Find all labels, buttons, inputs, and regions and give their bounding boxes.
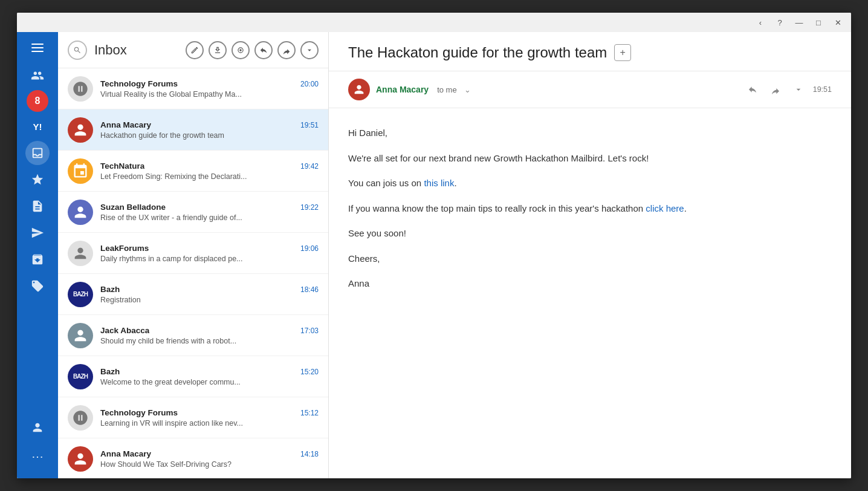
subject-text: The Hackaton guide for the growth team xyxy=(348,44,607,61)
more-action-button[interactable] xyxy=(790,81,807,98)
expand-recipients-button[interactable]: ⌄ xyxy=(464,85,471,94)
add-tag-button[interactable]: + xyxy=(614,44,631,61)
email-top-row: Technology Forums 15:12 xyxy=(100,408,319,417)
click-here-link[interactable]: click here xyxy=(646,203,684,213)
email-sender: Bazh xyxy=(100,367,120,376)
email-sender: Jack Abacca xyxy=(100,326,149,335)
more-toolbar-button[interactable] xyxy=(300,41,319,59)
sidebar-item-tags[interactable] xyxy=(25,274,50,298)
email-top-row: Jack Abacca 17:03 xyxy=(100,326,319,335)
forward-action-button[interactable] xyxy=(767,81,784,98)
sidebar-item-inbox[interactable] xyxy=(25,141,50,165)
email-top-row: Bazh 15:20 xyxy=(100,367,319,376)
email-list-panel: Inbox xyxy=(58,32,329,478)
reading-body: Hi Daniel, We're all set for our next br… xyxy=(329,108,851,478)
email-content: LeakForums 19:06 Daily rhythms in a camp… xyxy=(100,244,319,263)
email-subject: Welcome to the great developer commu... xyxy=(100,378,319,386)
email-item[interactable]: Technology Forums 15:12 Learning in VR w… xyxy=(58,397,328,438)
sender-avatar xyxy=(348,79,370,100)
email-item[interactable]: Jack Abacca 17:03 Should my child be fri… xyxy=(58,315,328,356)
avatar: BAZH xyxy=(68,282,93,307)
email-top-row: Bazh 18:46 xyxy=(100,285,319,294)
sidebar-item-yahoo[interactable]: Y! xyxy=(25,114,50,138)
title-bar: ‹ ? — □ ✕ xyxy=(17,13,851,32)
svg-point-1 xyxy=(239,49,242,51)
email-subject: Rise of the UX writer - a friendly guide… xyxy=(100,213,319,222)
email-time: 19:42 xyxy=(300,162,319,171)
email-content: Technology Forums 15:12 Learning in VR w… xyxy=(100,408,319,428)
reading-pane: The Hackaton guide for the growth team +… xyxy=(329,32,851,478)
body-line4: See you soon! xyxy=(348,226,832,241)
email-time: 19:22 xyxy=(300,203,319,212)
email-subject: How Should We Tax Self-Driving Cars? xyxy=(100,460,319,469)
reply-button[interactable] xyxy=(254,41,273,59)
email-sender: Anna Macary xyxy=(100,120,151,129)
email-item[interactable]: BAZH Bazh 18:46 Registration xyxy=(58,274,328,315)
body-line3: If you wanna know the top main tips to r… xyxy=(348,201,832,216)
sidebar-item-starred[interactable] xyxy=(25,167,50,192)
download-button[interactable] xyxy=(209,41,227,59)
email-top-row: Suzan Belladone 19:22 xyxy=(100,203,319,212)
email-item[interactable]: Technology Forums 20:00 Virtual Reality … xyxy=(58,68,328,109)
sidebar-bottom: ⋯ xyxy=(17,415,58,478)
email-sender: LeakForums xyxy=(100,244,149,253)
email-time: 17:03 xyxy=(300,327,319,335)
email-top-row: LeakForums 19:06 xyxy=(100,244,319,253)
email-subject: Should my child be friends with a robot.… xyxy=(100,337,319,345)
email-item[interactable]: LeakForums 19:06 Daily rhythms in a camp… xyxy=(58,233,328,274)
sidebar-item-accounts[interactable] xyxy=(25,63,50,88)
reading-meta: Anna Macary to me ⌄ xyxy=(329,71,851,108)
email-content: Bazh 18:46 Registration xyxy=(100,285,319,304)
sender-name[interactable]: Anna Macary xyxy=(376,85,429,94)
close-button[interactable]: ✕ xyxy=(829,14,846,31)
avatar xyxy=(68,405,93,431)
email-content: Technology Forums 20:00 Virtual Reality … xyxy=(100,79,319,99)
search-button[interactable] xyxy=(68,41,87,60)
body-line3-pre: If you wanna know the top main tips to r… xyxy=(348,203,646,213)
hamburger-menu-button[interactable] xyxy=(25,37,50,59)
body-line3-post: . xyxy=(684,203,687,213)
email-item[interactable]: Suzan Belladone 19:22 Rise of the UX wri… xyxy=(58,192,328,233)
email-sender: Technology Forums xyxy=(100,79,178,88)
avatar xyxy=(68,200,93,225)
email-item[interactable]: Anna Macary 14:18 How Should We Tax Self… xyxy=(58,438,328,478)
help-button[interactable]: ? xyxy=(771,14,788,31)
filter-button[interactable] xyxy=(232,41,250,59)
email-sender: Suzan Belladone xyxy=(100,203,166,212)
body-line2-post: . xyxy=(454,178,456,188)
email-time: 15:20 xyxy=(300,368,319,376)
back-button[interactable]: ‹ xyxy=(752,14,769,31)
email-top-row: Anna Macary 19:51 xyxy=(100,120,319,129)
this-link[interactable]: this link xyxy=(424,178,454,188)
compose-button[interactable] xyxy=(186,41,204,59)
email-time: 20:00 xyxy=(300,80,319,88)
email-time: 15:12 xyxy=(300,409,319,417)
avatar xyxy=(68,117,93,143)
sidebar-item-more[interactable]: ⋯ xyxy=(25,444,50,469)
hamburger-line xyxy=(31,51,44,52)
avatar xyxy=(68,446,93,472)
app-window: ‹ ? — □ ✕ 8 Y! xyxy=(17,13,851,478)
sidebar-item-drafts[interactable] xyxy=(25,194,50,218)
email-content: TechNatura 19:42 Let Freedom Sing: Remix… xyxy=(100,161,319,181)
email-content: Anna Macary 14:18 How Should We Tax Self… xyxy=(100,449,319,469)
body-greeting: Hi Daniel, xyxy=(348,125,832,141)
avatar xyxy=(68,323,93,348)
maximize-button[interactable]: □ xyxy=(810,14,827,31)
sidebar-item-archive[interactable] xyxy=(25,247,50,272)
email-item[interactable]: BAZH Bazh 15:20 Welcome to the great dev… xyxy=(58,356,328,397)
email-content: Anna Macary 19:51 Hackathon guide for th… xyxy=(100,120,319,140)
email-subject: Registration xyxy=(100,296,319,304)
email-subject: Daily rhythms in a camp for displaced pe… xyxy=(100,255,319,263)
email-item[interactable]: TechNatura 19:42 Let Freedom Sing: Remix… xyxy=(58,151,328,192)
minimize-button[interactable]: — xyxy=(791,14,808,31)
avatar: BAZH xyxy=(68,364,93,389)
email-subject: Learning in VR will inspire action like … xyxy=(100,419,319,428)
reply-action-button[interactable] xyxy=(744,81,761,98)
email-item[interactable]: Anna Macary 19:51 Hackathon guide for th… xyxy=(58,109,328,151)
forward-button[interactable] xyxy=(277,41,296,59)
sidebar-item-notification-badge[interactable]: 8 xyxy=(27,90,48,112)
sidebar-item-outbox[interactable] xyxy=(25,221,50,245)
body-line6: Anna xyxy=(348,276,832,291)
sidebar-item-contacts[interactable] xyxy=(25,415,50,440)
